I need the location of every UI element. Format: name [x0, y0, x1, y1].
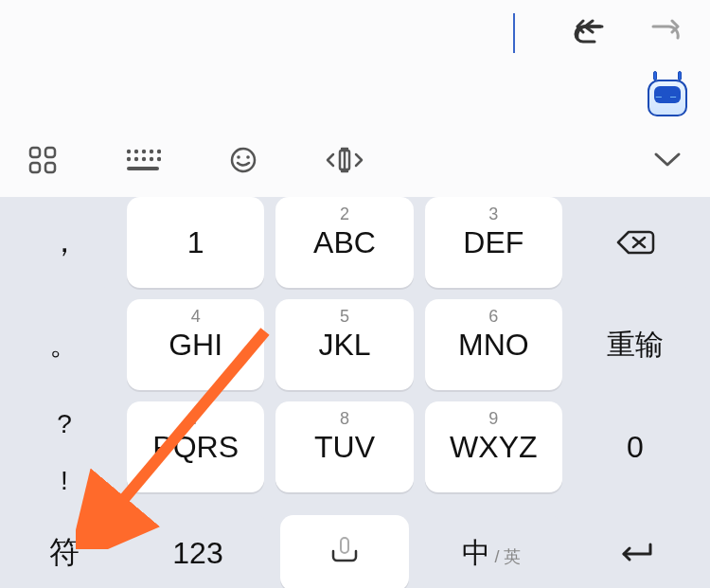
punct-comma-key[interactable]: ，: [13, 197, 115, 288]
keyboard-toolbar: [0, 123, 710, 197]
svg-rect-1: [45, 148, 55, 157]
key-ghi[interactable]: 4GHI: [127, 299, 264, 390]
symbol-key[interactable]: 符: [13, 515, 115, 588]
assistant-row: – –: [0, 66, 710, 123]
svg-point-5: [134, 150, 138, 153]
punct-period-key[interactable]: 。: [13, 299, 115, 390]
svg-point-8: [157, 150, 161, 153]
svg-point-16: [237, 155, 240, 159]
enter-key[interactable]: [574, 515, 697, 588]
punct-question-key[interactable]: ?: [13, 401, 115, 447]
key-def[interactable]: 3DEF: [425, 197, 562, 288]
svg-rect-3: [45, 163, 55, 172]
key-pqrs[interactable]: 7PQRS: [127, 401, 264, 492]
lang-en-label: 英: [504, 545, 521, 568]
svg-point-7: [150, 150, 153, 153]
svg-point-17: [246, 155, 250, 159]
assistant-robot-icon[interactable]: – –: [648, 73, 687, 116]
topbar: [0, 0, 710, 66]
key-wxyz[interactable]: 9WXYZ: [425, 401, 562, 492]
punct-exclaim-key[interactable]: !: [13, 458, 115, 504]
apps-icon[interactable]: [28, 146, 57, 174]
key-abc[interactable]: 2ABC: [275, 197, 413, 288]
text-cursor: [513, 13, 515, 53]
svg-rect-25: [341, 538, 348, 553]
svg-point-6: [142, 150, 146, 153]
lang-cn-label: 中: [462, 534, 490, 573]
language-key[interactable]: 中 / 英: [420, 515, 562, 588]
mic-icon: [328, 534, 362, 572]
keyboard-area: ， 1 2ABC 3DEF 。 4GHI 5JKL 6MNO 重输 ? 7PQR…: [0, 197, 710, 588]
key-tuv[interactable]: 8TUV: [275, 401, 413, 492]
numbers-key[interactable]: 123: [127, 515, 269, 588]
backspace-icon: [615, 228, 655, 257]
svg-point-12: [150, 157, 153, 161]
undo-icon[interactable]: [572, 19, 608, 47]
keyboard-icon[interactable]: [125, 148, 161, 172]
svg-point-4: [127, 150, 131, 153]
key-mno[interactable]: 6MNO: [425, 299, 562, 390]
key-jkl[interactable]: 5JKL: [275, 299, 413, 390]
svg-rect-2: [30, 163, 40, 172]
cursor-move-icon[interactable]: [326, 147, 364, 173]
svg-point-13: [157, 157, 161, 161]
space-key[interactable]: [280, 515, 409, 588]
key-1[interactable]: 1: [127, 197, 264, 288]
lang-slash: /: [494, 547, 499, 567]
svg-rect-0: [30, 148, 40, 157]
key-0[interactable]: 0: [574, 401, 697, 492]
emoji-icon[interactable]: [229, 146, 257, 174]
svg-point-10: [134, 157, 138, 161]
svg-point-15: [232, 149, 255, 171]
enter-icon: [616, 541, 654, 565]
svg-rect-14: [127, 167, 159, 170]
svg-point-9: [127, 157, 131, 161]
backspace-key[interactable]: [574, 197, 697, 288]
svg-point-11: [142, 157, 146, 161]
redo-icon[interactable]: [648, 19, 683, 47]
reinput-key[interactable]: 重输: [574, 299, 697, 390]
chevron-down-icon[interactable]: [653, 151, 682, 169]
